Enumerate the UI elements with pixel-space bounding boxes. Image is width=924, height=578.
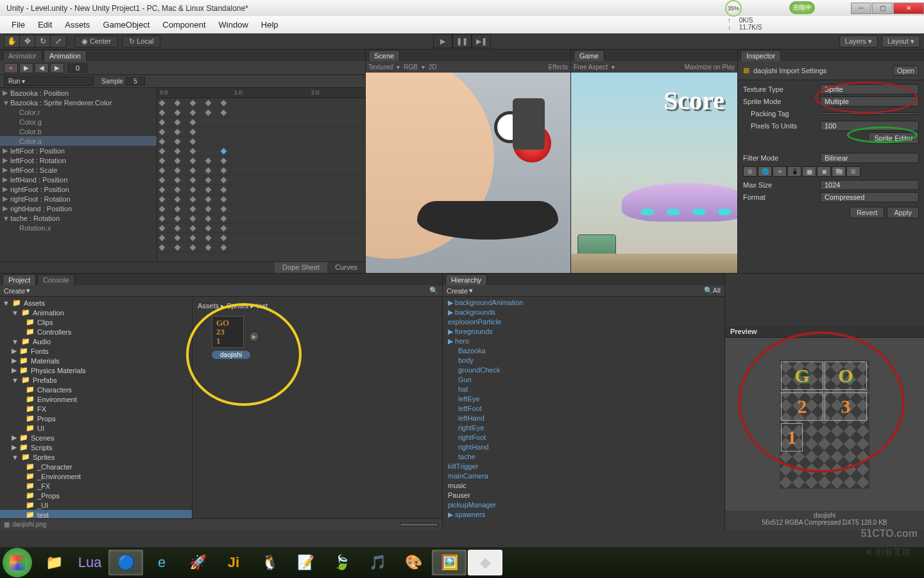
tree-fonts[interactable]: ▶📁Fonts xyxy=(0,346,192,356)
scene-shading[interactable]: Textured xyxy=(368,64,393,71)
sprite-mode-dropdown[interactable]: Multiple xyxy=(820,96,919,107)
pivot-center-toggle[interactable]: ◉ Center xyxy=(74,35,118,48)
tree-environment[interactable]: 📁Environment xyxy=(0,394,192,404)
scene-view[interactable] xyxy=(366,73,570,273)
tab-game[interactable]: Game xyxy=(574,50,604,61)
preview-body[interactable]: G O 2 3 1 xyxy=(725,338,924,511)
tree-props[interactable]: 📁Props xyxy=(0,414,192,423)
hier-mainCamera[interactable]: mainCamera xyxy=(443,471,724,481)
texture-type-dropdown[interactable]: Sprite xyxy=(820,84,919,94)
layout-dropdown[interactable]: Layout ▾ xyxy=(882,35,920,48)
platform-wp[interactable]: ⊞ xyxy=(846,166,860,177)
hier-music[interactable]: music xyxy=(443,481,724,491)
hier-groundCheck[interactable]: groundCheck xyxy=(443,365,724,375)
taskbar-paint[interactable]: 🎨 xyxy=(396,550,431,575)
move-tool[interactable]: ✥ xyxy=(20,35,35,47)
taskbar-leaf[interactable]: 🍃 xyxy=(324,550,359,575)
game-aspect[interactable]: Free Aspect xyxy=(574,64,608,71)
tab-inspector[interactable]: Inspector xyxy=(740,50,781,61)
tree-animation[interactable]: ▼📁Animation xyxy=(0,308,192,317)
tree-_ui[interactable]: 📁_UI xyxy=(0,500,192,510)
rotate-tool[interactable]: ↻ xyxy=(35,35,51,47)
hierarchy-create[interactable]: Create xyxy=(447,287,468,295)
tab-console[interactable]: Console xyxy=(37,274,74,285)
taskbar-rocket[interactable]: 🚀 xyxy=(180,550,215,575)
pause-button[interactable]: ❚❚ xyxy=(452,34,472,48)
taskbar-chrome[interactable]: 🔵 xyxy=(108,550,143,575)
minimize-button[interactable]: ─ xyxy=(851,3,871,14)
hier-rightHand[interactable]: rightHand xyxy=(443,442,724,452)
close-button[interactable]: ✕ xyxy=(893,3,924,14)
anim-record-button[interactable]: ● xyxy=(4,63,18,73)
menu-assets[interactable]: Assets xyxy=(58,17,96,32)
platform-default[interactable]: ⊞ xyxy=(743,166,757,177)
menu-file[interactable]: File xyxy=(5,17,31,32)
tab-hierarchy[interactable]: Hierarchy xyxy=(445,274,487,285)
tab-scene[interactable]: Scene xyxy=(368,50,400,61)
sprite-editor-button[interactable]: Sprite Editor xyxy=(868,132,919,144)
tab-animator[interactable]: Animator xyxy=(3,50,42,61)
search-icon[interactable]: 🔍 xyxy=(429,286,438,295)
menu-edit[interactable]: Edit xyxy=(31,17,58,32)
max-size-dropdown[interactable]: 1024 xyxy=(820,180,919,190)
format-dropdown[interactable]: Compressed xyxy=(820,192,919,202)
hier-killTrigger[interactable]: killTrigger xyxy=(443,462,724,471)
tree-controllers[interactable]: 📁Controllers xyxy=(0,327,192,337)
layers-dropdown[interactable]: Layers ▾ xyxy=(839,35,878,48)
hier-Pauser[interactable]: Pauser xyxy=(443,491,724,500)
game-view[interactable]: Score xyxy=(571,73,737,273)
menu-component[interactable]: Component xyxy=(156,17,212,32)
revert-button[interactable]: Revert xyxy=(850,207,884,218)
hier-explosionParticle[interactable]: explosionParticle xyxy=(443,317,724,327)
tree-clips[interactable]: 📁Clips xyxy=(0,317,192,327)
scene-effects[interactable]: Effects xyxy=(549,64,568,71)
platform-ios[interactable]: 📱 xyxy=(787,166,801,177)
tree-ui[interactable]: 📁UI xyxy=(0,423,192,433)
platform-web[interactable]: 🌐 xyxy=(758,166,772,177)
hier-foregrounds[interactable]: ▶ foregrounds xyxy=(443,327,724,337)
taskbar-photos[interactable]: 🖼️ xyxy=(432,550,466,575)
taskbar-ie[interactable]: e xyxy=(144,550,179,575)
hierarchy-search[interactable]: 🔍All xyxy=(704,286,721,295)
game-maximize[interactable]: Maximize on Play xyxy=(685,64,735,71)
dope-sheet-tab[interactable]: Dope Sheet xyxy=(275,262,327,273)
animation-timeline[interactable]: 0:0 1:0 2:0 xyxy=(157,88,365,261)
filter-mode-dropdown[interactable]: Bilinear xyxy=(820,153,919,163)
tree-_environment[interactable]: 📁_Environment xyxy=(0,471,192,481)
menu-help[interactable]: Help xyxy=(255,17,285,32)
taskbar-music[interactable]: 🎵 xyxy=(360,550,395,575)
hier-body[interactable]: body xyxy=(443,356,724,365)
hier-rightEye[interactable]: rightEye xyxy=(443,423,724,433)
hier-leftFoot[interactable]: leftFoot xyxy=(443,404,724,414)
scale-tool[interactable]: ⤢ xyxy=(51,35,66,47)
tree-_fx[interactable]: 📁_FX xyxy=(0,481,192,491)
taskbar-explorer[interactable]: 📁 xyxy=(37,550,71,575)
pixels-to-units-field[interactable]: 100 xyxy=(820,121,919,131)
tree-scenes[interactable]: ▶📁Scenes xyxy=(0,433,192,442)
tree-materials[interactable]: ▶📁Materials xyxy=(0,356,192,365)
hier-hat[interactable]: hat xyxy=(443,385,724,394)
tree-_props[interactable]: 📁_Props xyxy=(0,491,192,500)
tab-project[interactable]: Project xyxy=(3,274,36,285)
local-global-toggle[interactable]: ↻ Local xyxy=(122,35,160,48)
play-button[interactable]: ▶ xyxy=(433,34,452,48)
scene-rgb[interactable]: RGB xyxy=(404,64,418,71)
hierarchy-tree[interactable]: ▶ backgroundAnimation▶ backgrounds explo… xyxy=(443,297,724,530)
hier-backgroundAnimation[interactable]: ▶ backgroundAnimation xyxy=(443,298,724,308)
scene-2d[interactable]: 2D xyxy=(429,64,437,71)
asset-daojishi[interactable]: GO 23 1 ▶ daojishi xyxy=(212,316,250,359)
anim-frame-field[interactable]: 0 xyxy=(68,64,87,73)
curves-tab[interactable]: Curves xyxy=(327,262,365,273)
tab-animation[interactable]: Animation xyxy=(44,50,87,61)
hier-backgrounds[interactable]: ▶ backgrounds xyxy=(443,308,724,317)
project-grid[interactable]: Assets ▸ Sprites ▸ test GO 23 1 ▶ daojis… xyxy=(193,297,442,518)
project-create[interactable]: Create xyxy=(4,287,25,295)
tree-audio[interactable]: ▼📁Audio xyxy=(0,337,192,346)
taskbar-lua[interactable]: Lua xyxy=(73,550,107,575)
tree-physics-materials[interactable]: ▶📁Physics Materials xyxy=(0,365,192,375)
tree-scripts[interactable]: ▶📁Scripts xyxy=(0,442,192,452)
anim-clip-dropdown[interactable]: Run ▾ xyxy=(4,76,94,86)
sample-field[interactable]: 5 xyxy=(126,77,145,85)
hier-leftEye[interactable]: leftEye xyxy=(443,394,724,404)
taskbar-qq[interactable]: 🐧 xyxy=(252,550,287,575)
